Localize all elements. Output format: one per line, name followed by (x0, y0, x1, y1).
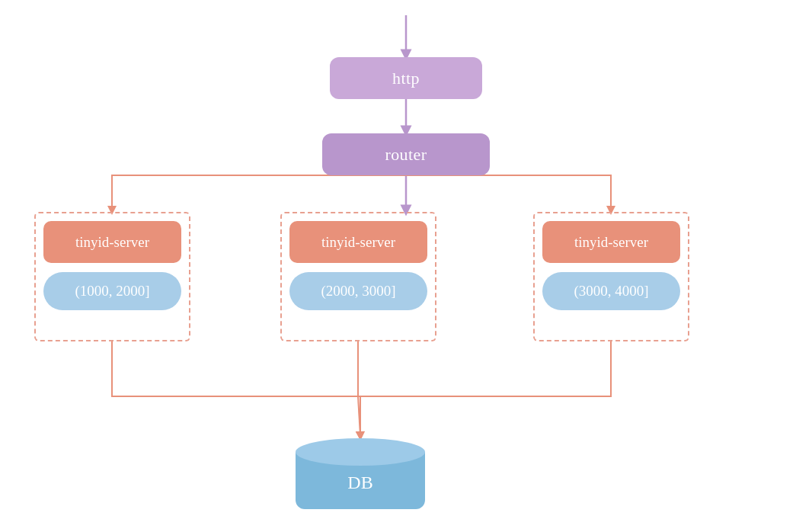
server-group-right: tinyid-server (3000, 4000] (533, 212, 689, 341)
range-node-mid: (2000, 3000] (289, 272, 427, 310)
db-label: DB (296, 473, 425, 493)
server-group-mid: tinyid-server (2000, 3000] (280, 212, 436, 341)
server-right-label: tinyid-server (574, 234, 648, 251)
server-left-label: tinyid-server (75, 234, 149, 251)
router-label: router (385, 145, 427, 165)
http-node: http (330, 57, 482, 99)
architecture-diagram: http router tinyid-server (1000, 2000] t… (0, 0, 812, 532)
range-left-label: (1000, 2000] (75, 283, 149, 300)
server-node-mid: tinyid-server (289, 221, 427, 263)
server-group-left: tinyid-server (1000, 2000] (34, 212, 190, 341)
db-node: DB (296, 438, 425, 514)
server-node-left: tinyid-server (43, 221, 181, 263)
router-node: router (322, 133, 490, 175)
range-node-right: (3000, 4000] (542, 272, 680, 310)
range-right-label: (3000, 4000] (574, 283, 648, 300)
db-top (296, 438, 425, 466)
server-mid-label: tinyid-server (321, 234, 395, 251)
http-label: http (392, 69, 420, 88)
range-node-left: (1000, 2000] (43, 272, 181, 310)
server-node-right: tinyid-server (542, 221, 680, 263)
svg-line-3 (358, 396, 360, 436)
range-mid-label: (2000, 3000] (321, 283, 395, 300)
